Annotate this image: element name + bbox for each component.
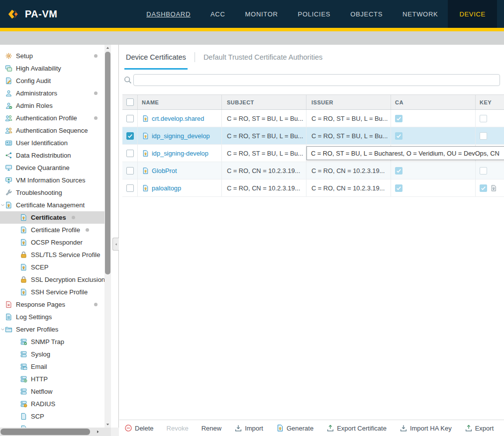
select-all-checkbox[interactable] [126, 98, 134, 106]
sidebar-item-vm-information-sources[interactable]: VM Information Sources [0, 174, 104, 186]
sidebar-item-email[interactable]: Email [0, 360, 104, 373]
scroll-up-icon[interactable] [104, 45, 111, 51]
sidebar-horizontal-scrollbar[interactable] [0, 428, 111, 436]
sidebar-item-label: SSL/TLS Service Profile [31, 251, 100, 259]
sidebar-item-label: Setup [16, 52, 33, 60]
row-checkbox[interactable] [126, 167, 134, 174]
cert-icon [20, 288, 27, 296]
sidebar-item-ssh-service-profile[interactable]: SSH Service Profile [0, 286, 104, 298]
scroll-right-icon[interactable] [94, 428, 101, 436]
sidebar-item-certificate-profile[interactable]: Certificate Profile [0, 224, 104, 236]
sidebar-item-scep[interactable]: SCEP [0, 261, 104, 273]
table-row-idp-signing-develop[interactable]: idp_signing_developC = RO, ST = BU, L = … [122, 127, 504, 145]
sidebar-item-troubleshooting[interactable]: Troubleshooting [0, 186, 104, 199]
ca-checkbox[interactable] [395, 167, 403, 174]
sidebar-item-ssl-decryption-exclusion[interactable]: SSL Decryption Exclusion [0, 273, 104, 286]
ca-cell [391, 162, 476, 179]
scrollbar-thumb[interactable] [105, 52, 110, 274]
sidebar-item-label: Device Quarantine [16, 164, 70, 172]
certificate-link[interactable]: crt.develop.shared [152, 115, 204, 122]
nav-item-objects[interactable]: OBJECTS [340, 0, 393, 28]
row-checkbox[interactable] [126, 115, 134, 122]
sidebar-item-admin-roles[interactable]: Admin Roles [0, 99, 104, 112]
column-header-issuer[interactable]: ISSUER [306, 95, 391, 109]
sidebar-item-snmp-trap[interactable]: SNMP Trap [0, 336, 104, 348]
name-cell: idp_signing_develop [138, 127, 222, 144]
row-checkbox[interactable] [126, 184, 134, 192]
sidebar-item-config-audit[interactable]: Config Audit [0, 75, 104, 87]
toolbar-button-export-certificate[interactable]: Export Certificate [326, 424, 387, 432]
cert-table-icon [142, 132, 149, 140]
sidebar-item-response-pages[interactable]: Response Pages [0, 298, 104, 311]
sidebar-item-device-quarantine[interactable]: Device Quarantine [0, 162, 104, 174]
sidebar-item-server-profiles[interactable]: Server Profiles [0, 323, 104, 336]
key-checkbox[interactable] [480, 167, 487, 174]
toolbar-button-delete[interactable]: Delete [124, 424, 154, 432]
sidebar-item-authentication-profile[interactable]: Authentication Profile [0, 112, 104, 124]
scroll-down-icon[interactable] [104, 421, 111, 428]
key-checkbox[interactable] [480, 115, 487, 122]
table-row-globprot[interactable]: GlobProtC = RO, CN = 10.2.3.19...C = RO,… [122, 162, 504, 179]
nav-item-acc[interactable]: ACC [201, 0, 235, 28]
certificate-link[interactable]: GlobProt [152, 167, 177, 174]
key-cell [476, 110, 504, 127]
column-header-subject[interactable]: SUBJECT [222, 95, 306, 109]
sidebar-collapse-handle[interactable] [112, 238, 119, 251]
search-input[interactable] [134, 75, 500, 86]
sidebar-item-authentication-sequence[interactable]: Authentication Sequence [0, 124, 104, 137]
nav-item-network[interactable]: NETWORK [393, 0, 448, 28]
ca-checkbox[interactable] [395, 184, 403, 192]
ca-checkbox[interactable] [395, 132, 403, 140]
server-icon [20, 388, 27, 395]
tab-device-certificates[interactable]: Device Certificates [124, 45, 188, 70]
nav-item-policies[interactable]: POLICIES [288, 0, 341, 28]
toolbar-button-import-ha-key[interactable]: Import HA Key [400, 424, 452, 432]
sidebar-vertical-scrollbar[interactable] [104, 45, 111, 428]
ca-checkbox[interactable] [395, 115, 403, 122]
certificate-link[interactable]: idp_signing-develop [152, 150, 208, 157]
people-seq-icon [5, 127, 12, 134]
key-checkbox[interactable] [480, 184, 487, 192]
nav-item-dashboard[interactable]: DASHBOARD [136, 0, 201, 28]
toolbar-button-renew[interactable]: Renew [202, 425, 221, 432]
toolbar-button-export[interactable]: Export [465, 424, 494, 432]
log-icon [5, 313, 12, 321]
sidebar-item-data-redistribution[interactable]: Data Redistribution [0, 149, 104, 162]
table-row-crt-develop-shared[interactable]: crt.develop.sharedC = RO, ST = BU, L = B… [122, 110, 504, 127]
column-header-ca[interactable]: CA [391, 95, 476, 109]
certificate-link[interactable]: idp_signing_develop [152, 132, 210, 140]
row-checkbox[interactable] [126, 150, 134, 157]
nav-item-device[interactable]: DEVICE [448, 0, 497, 28]
sidebar-item-partial[interactable] [0, 423, 104, 428]
tab-default-trusted-certificate-authorities[interactable]: Default Trusted Certificate Authorities [202, 45, 324, 70]
toolbar-button-generate[interactable]: Generate [276, 424, 313, 432]
sidebar-item-high-availability[interactable]: High Availability [0, 62, 104, 75]
sidebar-item-scp[interactable]: SCP [0, 410, 104, 423]
table-row-paloaltogp[interactable]: paloaltogpC = RO, CN = 10.2.3.19...C = R… [122, 179, 504, 197]
sidebar-item-user-identification[interactable]: User Identification [0, 137, 104, 149]
sidebar-item-certificate-management[interactable]: Certificate Management [0, 199, 104, 211]
layout: SetupHigh AvailabilityConfig AuditAdmini… [0, 45, 504, 436]
scrollbar-thumb[interactable] [0, 429, 90, 435]
toolbar-button-label: Export [475, 425, 494, 432]
toolbar-button-import[interactable]: Import [234, 424, 263, 432]
sidebar-item-radius[interactable]: RADIUS [0, 398, 104, 410]
subject-cell: C = RO, CN = 10.2.3.19... [222, 179, 306, 196]
certificate-link[interactable]: paloaltogp [152, 184, 181, 192]
sidebar-item-label: Log Settings [16, 313, 52, 321]
sidebar-item-ssl-tls-service-profile[interactable]: SSL/TLS Service Profile [0, 249, 104, 261]
sidebar-item-syslog[interactable]: Syslog [0, 348, 104, 360]
sidebar-item-netflow[interactable]: Netflow [0, 385, 104, 398]
nav-item-monitor[interactable]: MONITOR [235, 0, 288, 28]
column-header-name[interactable]: NAME [138, 95, 222, 109]
sidebar-item-ocsp-responder[interactable]: OCSP Responder [0, 236, 104, 249]
sidebar-item-administrators[interactable]: Administrators [0, 87, 104, 99]
sidebar-item-log-settings[interactable]: Log Settings [0, 311, 104, 323]
key-checkbox[interactable] [480, 132, 487, 140]
sidebar-item-certificates[interactable]: Certificates [0, 211, 104, 224]
sidebar-item-http[interactable]: HTTP [0, 373, 104, 385]
sidebar-item-setup[interactable]: Setup [0, 50, 104, 62]
row-select-cell [122, 162, 138, 179]
row-checkbox[interactable] [126, 132, 134, 140]
column-header-key[interactable]: KEY [476, 95, 504, 109]
